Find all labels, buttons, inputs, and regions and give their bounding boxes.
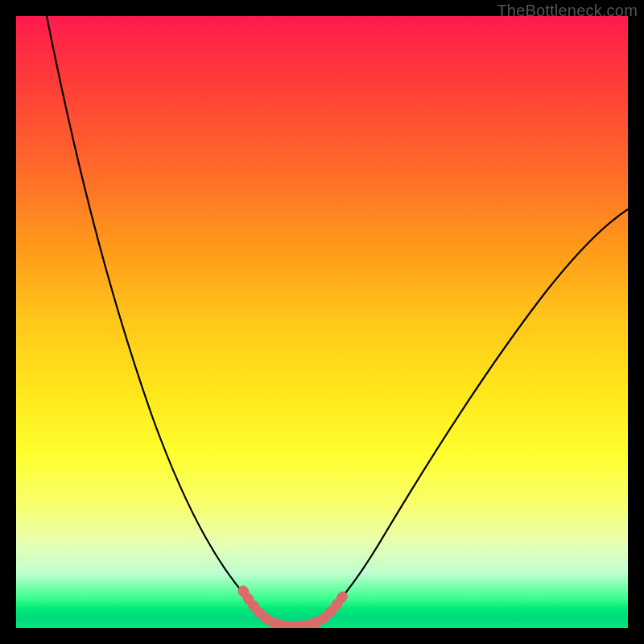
- left-curve: [47, 16, 266, 617]
- highlight-segment: [243, 591, 346, 626]
- curve-overlay: [16, 16, 628, 628]
- chart-frame: [16, 16, 628, 628]
- highlight-center: [272, 622, 316, 626]
- watermark-text: TheBottleneck.com: [497, 2, 638, 20]
- right-curve: [324, 209, 628, 617]
